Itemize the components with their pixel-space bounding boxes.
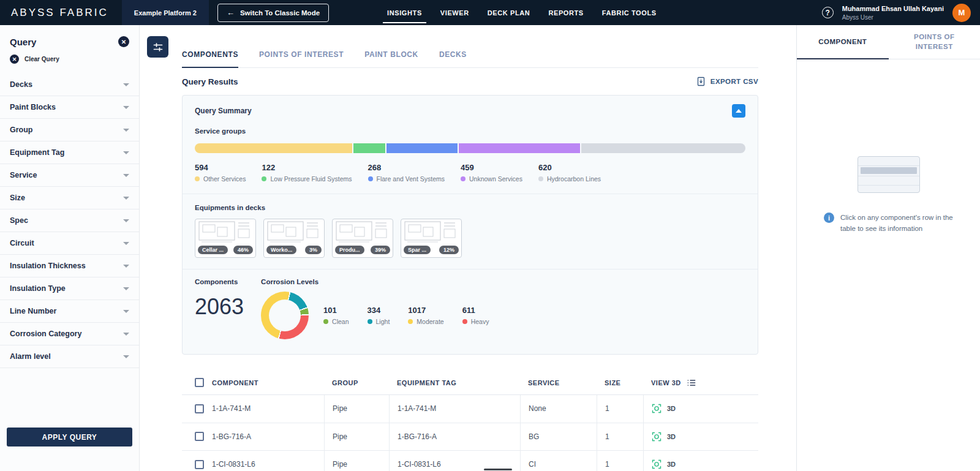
row-checkbox[interactable] <box>195 404 204 413</box>
filter-label: Insulation Type <box>10 284 66 293</box>
chevron-down-icon <box>123 333 129 336</box>
legend-dot <box>195 176 200 181</box>
chevron-down-icon <box>123 355 129 358</box>
column-header-equipment-tag[interactable]: EQUIPMENT TAG <box>389 379 520 386</box>
equipments-in-decks-title: Equipments in decks <box>195 204 745 211</box>
filter-group[interactable]: Group <box>0 119 139 141</box>
legend-text: Heavy <box>471 318 489 325</box>
chevron-down-icon <box>123 151 129 154</box>
toggle-query-panel-button[interactable] <box>147 36 168 58</box>
cell-service: BG <box>520 423 597 451</box>
legend-name: Hydrocarbon Lines <box>538 175 601 183</box>
column-header-service[interactable]: SERVICE <box>520 379 597 386</box>
cell-component: 1-1A-741-M <box>182 395 324 423</box>
column-header-group[interactable]: GROUP <box>324 379 389 386</box>
query-summary-title: Query Summary <box>195 107 252 115</box>
deck-thumbnail-cellar[interactable]: Cellar ...46% <box>195 219 256 258</box>
cell-equipment_tag: 1-BG-716-A <box>389 423 520 451</box>
apply-query-button[interactable]: APPLY QUERY <box>7 428 132 447</box>
close-query-panel-icon[interactable]: ✕ <box>118 36 129 47</box>
export-csv-button[interactable]: EXPORT CSV <box>696 77 758 86</box>
column-header-size[interactable]: SIZE <box>597 379 643 386</box>
nav-viewer[interactable]: VIEWER <box>440 0 469 25</box>
filter-spec[interactable]: Spec <box>0 209 139 232</box>
components-table: COMPONENTGROUPEQUIPMENT TAGSERVICESIZEVI… <box>182 371 758 471</box>
cell-text: 1 <box>605 432 609 441</box>
clear-query-button[interactable]: ✕ Clear Query <box>0 50 139 64</box>
deck-thumbnail-spar[interactable]: Spar ...12% <box>401 219 462 258</box>
detail-panel-hint: i Click on any component's row in the ta… <box>824 213 964 235</box>
tab-points-of-interest[interactable]: POINTS OF INTEREST <box>259 45 344 67</box>
platform-selector[interactable]: Example Platform 2 <box>122 0 209 25</box>
user-block[interactable]: Muhammad Ehsan Ullah Kayani Abyss User <box>842 4 944 20</box>
collapse-summary-button[interactable] <box>732 104 745 118</box>
filter-corrosion-category[interactable]: Corrosion Category <box>0 323 139 345</box>
nav-deck-plan[interactable]: DECK PLAN <box>488 0 530 25</box>
select-all-checkbox[interactable] <box>195 378 204 387</box>
nav-fabric-tools[interactable]: FABRIC TOOLS <box>602 0 657 25</box>
switch-classic-mode-button[interactable]: ← Switch To Classic Mode <box>217 4 329 22</box>
cell-view3d[interactable]: 3D <box>643 451 758 471</box>
corrosion-legend-clean: 101Clean <box>323 306 349 325</box>
deck-thumbnail-produ[interactable]: Produ...39% <box>332 219 393 258</box>
corrosion-legend-light: 334Light <box>368 306 390 325</box>
row-checkbox[interactable] <box>195 432 204 441</box>
export-csv-label: EXPORT CSV <box>710 78 758 85</box>
table-row[interactable]: 1-CI-0831-L6Pipe1-CI-0831-L6CI13D <box>182 451 758 471</box>
column-header-component[interactable]: COMPONENT <box>182 378 324 387</box>
components-corrosion-section: Components 2063 Corrosion Levels 101Clea… <box>183 269 758 354</box>
filter-line-number[interactable]: Line Number <box>0 300 139 323</box>
service-groups-section: Service groups 594Other Services122Low P… <box>183 118 758 194</box>
filter-insulation-type[interactable]: Insulation Type <box>0 277 139 300</box>
detail-tab-component[interactable]: COMPONENT <box>797 25 889 59</box>
horizontal-scrollbar-thumb[interactable] <box>484 469 512 470</box>
bar-segment-hydrocarbon-lines <box>581 143 745 153</box>
corrosion-donut-row: 101Clean334Light1017Moderate611Heavy <box>261 292 489 339</box>
cell-text: 1-1A-741-M <box>212 404 251 413</box>
placeholder-row <box>858 176 919 186</box>
detail-panel-tabs: COMPONENTPOINTS OF INTEREST <box>797 25 980 59</box>
filter-size[interactable]: Size <box>0 187 139 209</box>
filter-circuit[interactable]: Circuit <box>0 232 139 255</box>
tune-sliders-icon <box>153 42 164 53</box>
cell-service: CI <box>520 451 597 471</box>
legend-name: Low Pressure Fluid Systems <box>262 175 352 183</box>
table-row[interactable]: 1-1A-741-MPipe1-1A-741-MNone13D <box>182 395 758 423</box>
filter-paint-blocks[interactable]: Paint Blocks <box>0 96 139 119</box>
legend-name: Heavy <box>462 318 489 325</box>
filter-label: Paint Blocks <box>10 103 56 111</box>
cell-view3d[interactable]: 3D <box>643 423 758 451</box>
column-header-view-3d[interactable]: VIEW 3D <box>643 379 758 386</box>
nav-reports[interactable]: REPORTS <box>548 0 583 25</box>
cell-view3d[interactable]: 3D <box>643 395 758 423</box>
legend-dot <box>538 176 543 181</box>
filter-insulation-thickness[interactable]: Insulation Thickness <box>0 255 139 277</box>
filter-service[interactable]: Service <box>0 164 139 187</box>
corrosion-levels-label: Corrosion Levels <box>261 278 489 285</box>
filter-equipment-tag[interactable]: Equipment Tag <box>0 141 139 164</box>
tab-components[interactable]: COMPONENTS <box>182 45 238 67</box>
cell-text: 1 <box>605 404 609 413</box>
deck-badges: Spar ...12% <box>404 246 459 254</box>
tab-decks[interactable]: DECKS <box>439 45 467 67</box>
legend-text: Low Pressure Fluid Systems <box>270 175 352 183</box>
nav-insights[interactable]: INSIGHTS <box>387 0 422 25</box>
user-name: Muhammad Ehsan Ullah Kayani <box>842 4 944 13</box>
detail-tab-points-of-interest[interactable]: POINTS OF INTEREST <box>889 25 980 59</box>
help-icon[interactable]: ? <box>822 7 834 18</box>
bar-segment-other-services <box>195 143 352 153</box>
row-checkbox[interactable] <box>195 460 204 469</box>
tab-paint-block[interactable]: PAINT BLOCK <box>364 45 418 67</box>
bar-segment-flare-and-vent-systems <box>386 143 458 153</box>
avatar[interactable]: M <box>952 4 971 22</box>
chevron-down-icon <box>123 129 129 132</box>
table-row[interactable]: 1-BG-716-APipe1-BG-716-ABG13D <box>182 423 758 451</box>
filter-alarm-level[interactable]: Alarm level <box>0 345 139 368</box>
deck-thumbnail-worko[interactable]: Worko...3% <box>263 219 325 258</box>
main-content: COMPONENTSPOINTS OF INTERESTPAINT BLOCKD… <box>140 25 796 471</box>
filter-decks[interactable]: Decks <box>0 73 139 96</box>
deck-name-badge: Cellar ... <box>198 246 228 254</box>
service-groups-stacked-bar <box>195 143 745 153</box>
legend-value: 101 <box>323 306 349 315</box>
view-3d-icon <box>652 404 662 413</box>
